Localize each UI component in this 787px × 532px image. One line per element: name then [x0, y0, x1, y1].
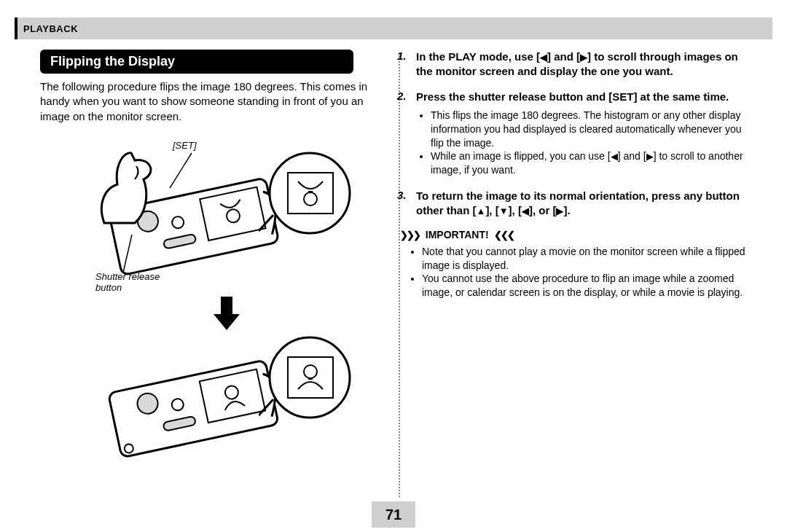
important-bullets: Note that you cannot play a movie on the… [407, 245, 747, 300]
important-heading: ❯❯❯ IMPORTANT! ❮❮❮ [400, 229, 747, 240]
left-triangle-icon: ◀ [611, 151, 618, 162]
svg-point-10 [304, 192, 317, 206]
step-2-bullet-1: This flips the image 180 degrees. The hi… [431, 109, 747, 150]
page-heading: Flipping the Display [40, 50, 353, 74]
step-1-head: In the PLAY mode, use [◀] and [▶] to scr… [416, 50, 738, 77]
illustration: [SET] Shutter release button [40, 131, 375, 466]
important-bullet-2: You cannot use the above procedure to fl… [422, 272, 747, 300]
step-1-num: 1. [397, 50, 416, 79]
step-3: 3. To return the image to its normal ori… [397, 189, 747, 219]
right-column: 1. In the PLAY mode, use [◀] and [▶] to … [383, 50, 747, 466]
left-triangle-icon: ◀ [540, 52, 547, 63]
svg-point-20 [304, 365, 317, 378]
step-2-bullet-2: While an image is flipped, you can use [… [431, 149, 747, 177]
intro-text: The following procedure flips the image … [40, 79, 375, 124]
step-2-bullets: This flips the image 180 degrees. The hi… [416, 109, 747, 177]
svg-line-6 [170, 153, 192, 188]
down-triangle-icon: ▼ [499, 206, 509, 216]
right-triangle-icon: ▶ [580, 52, 587, 63]
section-header-text: PLAYBACK [23, 23, 78, 34]
manual-page: PLAYBACK Flipping the Display The follow… [0, 0, 787, 532]
arrow-down-icon [212, 295, 241, 332]
left-column: Flipping the Display The following proce… [40, 50, 375, 466]
decor-right-icon: ❯❯❯ [400, 230, 420, 240]
important-bullet-1: Note that you cannot play a movie on the… [422, 245, 747, 273]
up-triangle-icon: ▲ [477, 206, 486, 216]
step-3-head: To return the image to its normal orient… [416, 189, 740, 216]
section-header: PLAYBACK [15, 17, 772, 39]
content-columns: Flipping the Display The following proce… [15, 50, 772, 466]
step-1: 1. In the PLAY mode, use [◀] and [▶] to … [397, 50, 747, 79]
left-triangle-icon: ◀ [522, 206, 529, 216]
step-2-num: 2. [397, 90, 416, 179]
step-2: 2. Press the shutter release button and … [397, 90, 747, 179]
steps: 1. In the PLAY mode, use [◀] and [▶] to … [397, 50, 747, 219]
zoom-bubble-bottom [259, 334, 353, 429]
right-triangle-icon: ▶ [556, 206, 563, 216]
zoom-bubble-top [259, 149, 353, 244]
right-triangle-icon: ▶ [646, 151, 654, 162]
decor-left-icon: ❮❮❮ [494, 230, 514, 240]
page-number: 71 [372, 501, 415, 528]
step-2-head: Press the shutter release button and [SE… [416, 90, 747, 104]
step-3-num: 3. [397, 189, 416, 219]
